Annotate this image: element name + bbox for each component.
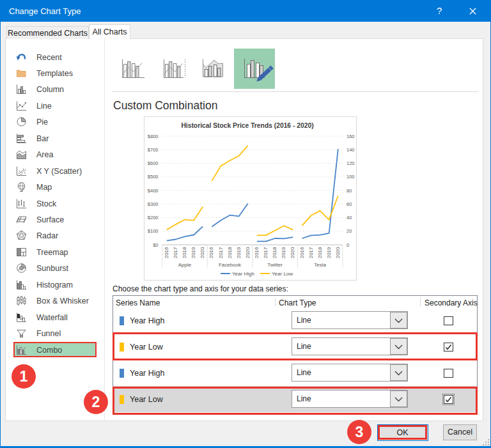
svg-text:2016: 2016 [299, 247, 305, 258]
svg-text:2017: 2017 [218, 247, 224, 258]
svg-text:120: 120 [347, 160, 355, 166]
svg-text:2017: 2017 [173, 247, 178, 258]
svg-text:$500: $500 [148, 174, 159, 180]
svg-text:$0: $0 [153, 242, 158, 248]
svg-text:2017: 2017 [263, 247, 269, 258]
svg-text:2018: 2018 [317, 247, 323, 258]
svg-text:2020: 2020 [290, 247, 295, 258]
svg-text:Year Low: Year Low [272, 271, 293, 277]
svg-text:2019: 2019 [236, 247, 242, 258]
svg-text:2016: 2016 [208, 247, 214, 258]
svg-text:2020: 2020 [245, 247, 251, 258]
svg-text:0: 0 [347, 242, 349, 248]
svg-text:$600: $600 [148, 160, 159, 166]
svg-text:2020: 2020 [335, 247, 341, 258]
svg-text:2020: 2020 [199, 247, 205, 258]
svg-text:Apple: Apple [178, 262, 192, 268]
svg-text:Facebook: Facebook [219, 262, 242, 268]
svg-text:Historical Stock Price Trends: Historical Stock Price Trends (2016 - 20… [181, 122, 313, 129]
svg-text:$800: $800 [148, 134, 159, 139]
svg-text:$400: $400 [148, 188, 159, 194]
svg-text:2017: 2017 [308, 247, 314, 258]
svg-text:$100: $100 [148, 228, 159, 234]
svg-text:40: 40 [347, 215, 352, 220]
svg-text:Year High: Year High [232, 271, 254, 277]
svg-text:140: 140 [347, 147, 355, 153]
svg-text:80: 80 [347, 188, 352, 194]
svg-text:20: 20 [347, 228, 352, 234]
svg-text:100: 100 [347, 174, 355, 180]
svg-text:$700: $700 [148, 147, 159, 153]
svg-text:2019: 2019 [281, 247, 286, 258]
svg-text:Twitter: Twitter [267, 262, 283, 268]
svg-text:2019: 2019 [191, 247, 196, 258]
svg-text:$200: $200 [148, 215, 159, 220]
svg-text:2019: 2019 [326, 247, 332, 258]
svg-text:2016: 2016 [164, 247, 169, 258]
svg-text:160: 160 [347, 134, 355, 139]
svg-text:2018: 2018 [182, 247, 187, 258]
svg-text:60: 60 [347, 201, 352, 207]
svg-text:$300: $300 [148, 201, 159, 207]
svg-text:2018: 2018 [272, 247, 277, 258]
svg-text:2018: 2018 [227, 247, 233, 258]
svg-text:Tesla: Tesla [314, 262, 326, 268]
svg-text:2016: 2016 [254, 247, 260, 258]
